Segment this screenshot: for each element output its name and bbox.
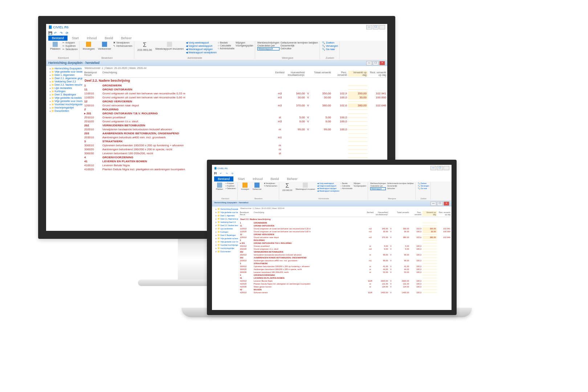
grid-row[interactable]: 201010 Graven proefsleuf st 5,00 V 5,00 … [83,115,387,119]
col-bestek[interactable]: Bestekpost Result. [239,211,253,216]
tree-item[interactable]: Voorblad Inschrijvingsstaa [213,243,238,246]
tree-item[interactable]: Deel 3. Bepalingen [213,233,238,237]
weergave-item[interactable]: Weekrapport [370,187,386,190]
grid-row[interactable]: 203 AANBRENGEN RONDE BETONBUIZEN, ONGEWA… [239,256,452,259]
tree-item[interactable]: Herinrichting Dorpsplein [47,67,82,70]
grid-row[interactable]: 300010 Opbreken betonbanden 180/200 x 20… [83,143,387,147]
save-icon[interactable]: 💾 [214,172,218,176]
tab-inhoud[interactable]: Inhoud [249,176,266,181]
col-eenheid[interactable]: Eenheid [366,211,375,216]
grid-row[interactable]: 410020 Planten Detula Nigra incl. plantg… [239,282,452,285]
grid-row[interactable]: 110010 Grond ontgraven uit cunet ten beh… [239,227,452,230]
delete-item[interactable]: ✖ Verwijderen [113,41,132,44]
explorer-button[interactable]: Verkenner [97,41,112,51]
redo-icon[interactable]: ↷ [226,172,229,176]
grid-row[interactable]: 1 GRONDWERK [239,221,452,224]
tab-bestand[interactable]: Bestand [214,176,233,181]
doc-min-icon[interactable]: — [366,61,372,65]
admin-action[interactable]: ◀ Volgend weekrapport [317,185,339,187]
clipboard-item[interactable]: ✂ Selecteren [62,48,77,51]
refresh-icon[interactable]: ⟳ [66,31,69,35]
grid-row[interactable]: 1 GRONDWERK [83,83,387,87]
weergave-item[interactable]: Werkbeschrijvingen [257,41,279,44]
search-item[interactable]: 🔍 Zoeken [418,182,429,184]
refresh-icon[interactable]: ⟳ [232,172,235,176]
admin-action[interactable]: ◀ Vorig weekrapport [186,41,217,44]
tab-start[interactable]: Start [68,36,82,41]
grid-row[interactable]: 3 STRAATWERK [83,139,387,143]
tree-item[interactable]: Lijst declaraties [213,227,238,230]
grid-row[interactable]: 41 LEVEREN EN PLANTEN BOMEN [239,277,452,279]
grid-row[interactable]: 201010 Graven proefsleuf st 5,00 V 5,00 … [239,245,452,248]
tree-item[interactable]: Vrije gedeelte na bestek [213,237,238,240]
search-item[interactable]: 🔍 Ga naar [418,187,429,189]
grid-row[interactable]: 120010 Grond vervoeren naar depot m3 370… [239,236,452,239]
delete-item[interactable]: ✖ Verwijderen [264,182,277,184]
doc-max-icon[interactable]: ☐ [373,61,379,65]
grid-row[interactable]: 110020 Grond ontgraven uit cunet ten beh… [239,230,452,233]
view-mode[interactable]: ○ Calculatie [218,44,234,47]
view-mode[interactable]: ○ Administratie [218,47,234,50]
tab-beheer[interactable]: Beheer [118,36,135,41]
search-item[interactable]: 🔍 Vervangen [322,45,338,48]
undo-icon[interactable]: ↶ [54,31,58,35]
tree-item[interactable]: Deel 2.2. Nadere beschrij [213,224,238,227]
col-omschrijving[interactable]: Omschrijving [253,211,366,216]
admin-opt[interactable]: Wijzigen [236,41,253,44]
grid-row[interactable]: 420010 Schonen terrein EUR 1400,00 V 140… [239,291,452,294]
tree-item[interactable]: Voorblad Inschrijvingsstaa [47,103,82,106]
weekrapport-button[interactable]: Weekrapport invoeren [154,41,185,51]
sum-button[interactable]: Σ233.993,00 [136,41,153,52]
tree-item[interactable]: Deel 2.1. Algemene gegev [47,77,82,80]
col-rest[interactable]: Rest. verwerkt op dag [437,211,452,216]
admin-action[interactable]: ◀ Weekrapport verwijderen [186,51,217,54]
col-hoeveelheid[interactable]: Hoeveelheid resultaatsverpl. [375,211,389,216]
tree-item[interactable]: Vrije gedeelte voor Inschr [47,99,82,103]
col-perc[interactable]: Perc. verwerkt [332,71,348,77]
close-button[interactable] [444,166,449,170]
grid-row[interactable]: 201020 Grond ontgraven t.b.v. sleuf. m3 … [239,248,452,250]
clipboard-item[interactable]: ✂ Kopiëren [225,185,236,187]
grid-row[interactable]: 300020 Aanbrengen betonband 180/200 x 20… [239,268,452,271]
grid-row[interactable]: 4 GROENVOORZIENING [239,274,452,277]
view-mode[interactable]: ○ Administratie [340,187,352,189]
grid-row[interactable]: ▸ 201 GROND ONTGRAVEN T.B.V. RIOLERING [83,111,387,115]
grid-row[interactable]: 12 GROND VERVOEREN [83,99,387,103]
col-eenheid[interactable]: Eenheid [274,71,286,77]
doc-close-icon[interactable]: × [444,201,449,206]
tree-item[interactable]: Kortingen [213,230,238,233]
tree-item[interactable]: Deel 1. Algemeen [47,73,82,77]
minimize-button[interactable]: — [366,25,372,29]
tab-start[interactable]: Start [234,176,248,181]
grid-row[interactable]: 300010 Opbreken betonbanden 180/200 x 20… [239,265,452,268]
tree-item[interactable]: Deel 2.2. Nadere beschrij [47,83,82,86]
tree-item[interactable]: Herinrichting Dorpsplein [213,207,238,211]
grid-row[interactable]: 203010 Aanbrengen betonbuis ø400 mm. inc… [239,259,452,262]
grid-row[interactable]: 202 VERWIJDEREN BETONBUIZEN [83,123,387,127]
grid-row[interactable]: 2 RIOLERING [239,239,452,242]
tree-item[interactable]: Inschrijvingsbiljet [47,106,82,109]
maximize-button[interactable]: ☐ [373,25,379,29]
tree-item[interactable]: Verklaring Deel 2.2 [213,220,238,224]
weergave-item[interactable]: Onderdelen per [257,44,279,47]
tree-item[interactable]: Lijst declaraties [47,86,82,90]
search-item[interactable]: 🔍 Ga naar [322,48,338,51]
clipboard-item[interactable]: ✂ Kopiëren [62,45,77,48]
col-omschrijving[interactable]: Omschrijving [101,71,274,77]
admin-action[interactable]: ◀ Volgend weekrapport [186,45,217,48]
insert-button[interactable]: Invoegen [240,182,250,191]
admin-action[interactable]: ◀ Weekrapport wijzigen [186,48,217,51]
search-item[interactable]: 🔍 Zoeken [322,41,338,44]
rename-item[interactable]: ✎ Herbenoemen [264,185,277,187]
tab-beeld[interactable]: Beeld [267,176,283,181]
tree-item[interactable]: Vrije gedeelte voor bestek [47,70,82,73]
tree-item[interactable]: Deel 1. Algemeen [213,214,238,217]
weekrapport-button[interactable]: Weekrapport invoeren [294,182,316,191]
grid-row[interactable]: 202010 Verwijderen bestaande betonbuizen… [239,253,452,256]
save-icon[interactable]: 💾 [48,31,52,35]
rename-item[interactable]: ✎ Herbenoemen [113,45,132,48]
grid-row[interactable]: 11 GROND ONTGRAVEN [239,224,452,227]
paste-button[interactable]: Plakken [49,41,61,51]
col-perc[interactable]: Perc. verwerkt [410,211,422,216]
col-rest[interactable]: Rest. verwerkt op dag [368,71,387,77]
